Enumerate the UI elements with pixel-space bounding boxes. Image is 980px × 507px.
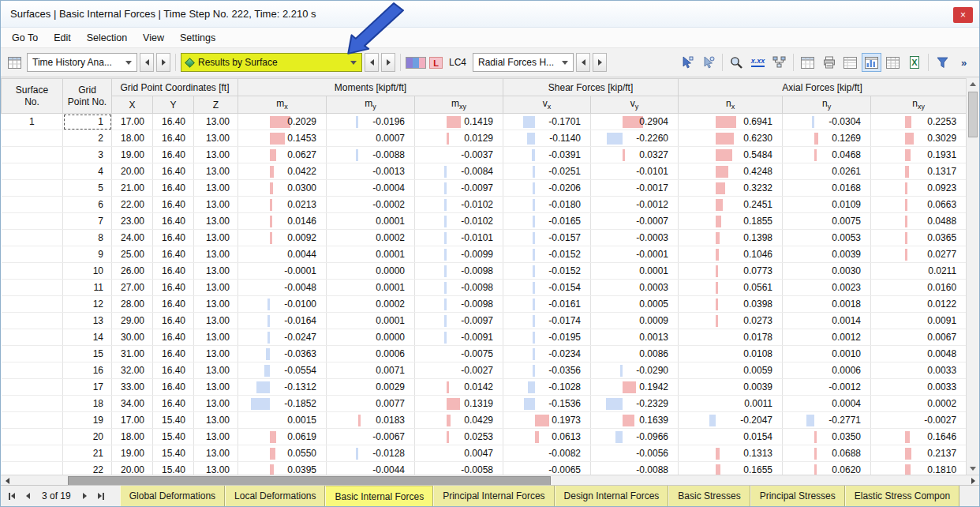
table-row[interactable]: 2018.0015.4013.000.0619-0.00670.02530.06… (2, 429, 967, 445)
value-cell[interactable]: -0.0098 (415, 296, 503, 313)
value-cell[interactable]: -0.0161 (503, 296, 591, 313)
coordinate-cell[interactable]: 13.00 (194, 329, 238, 346)
value-cell[interactable]: -0.0027 (871, 412, 967, 429)
tab-principal-internal-forces[interactable]: Principal Internal Forces (433, 486, 554, 506)
value-cell[interactable]: 0.1855 (679, 213, 783, 230)
value-cell[interactable]: 0.0350 (783, 429, 871, 445)
value-cell[interactable]: 0.0033 (871, 362, 967, 379)
value-cell[interactable]: 0.0129 (415, 130, 503, 147)
value-cell[interactable]: 0.1931 (871, 147, 967, 163)
value-cell[interactable]: 0.0277 (871, 246, 967, 263)
decimal-places-icon[interactable]: x.xx (748, 53, 768, 72)
value-cell[interactable]: 0.0923 (871, 180, 967, 197)
value-cell[interactable]: -0.0102 (415, 197, 503, 213)
surface-no-cell[interactable] (2, 362, 63, 379)
value-cell[interactable]: -0.0154 (503, 280, 591, 296)
coordinate-cell[interactable]: 13.00 (194, 114, 238, 130)
value-cell[interactable]: 0.0044 (238, 246, 327, 263)
coordinate-cell[interactable]: 15.40 (153, 429, 194, 445)
value-cell[interactable]: 0.0005 (591, 296, 679, 313)
table-row[interactable]: 622.0016.4013.000.0213-0.0002-0.0102-0.0… (2, 197, 967, 213)
table-row[interactable]: 824.0016.4013.000.00920.0002-0.0101-0.01… (2, 230, 967, 246)
table-row[interactable]: 218.0016.4013.000.14530.00070.0129-0.114… (2, 130, 967, 147)
grid-point-no-cell[interactable]: 2 (63, 130, 112, 147)
surface-no-cell[interactable] (2, 230, 63, 246)
value-cell[interactable]: 0.1398 (679, 230, 783, 246)
value-cell[interactable]: 0.0071 (327, 362, 415, 379)
coordinate-cell[interactable]: 28.00 (112, 296, 153, 313)
coordinate-cell[interactable]: 13.00 (194, 462, 238, 475)
surface-no-cell[interactable] (2, 396, 63, 412)
print-table-icon[interactable] (819, 53, 839, 72)
value-cell[interactable]: -0.0007 (591, 213, 679, 230)
value-cell[interactable]: 0.0067 (871, 329, 967, 346)
coordinate-cell[interactable]: 27.00 (112, 280, 153, 296)
table-navigator-icon[interactable] (5, 53, 24, 72)
surface-no-cell[interactable] (2, 246, 63, 263)
value-cell[interactable]: -0.0001 (591, 246, 679, 263)
grid-point-no-cell[interactable]: 7 (63, 213, 112, 230)
value-cell[interactable]: 0.0059 (679, 362, 783, 379)
grid-point-no-cell[interactable]: 21 (63, 445, 112, 462)
value-cell[interactable]: 0.0620 (783, 462, 871, 475)
value-cell[interactable]: -0.0056 (591, 445, 679, 462)
value-cell[interactable]: 0.0146 (238, 213, 327, 230)
table-row[interactable]: 319.0016.4013.000.0627-0.0088-0.0037-0.0… (2, 147, 967, 163)
first-page-button[interactable] (4, 488, 20, 504)
value-cell[interactable]: 0.1942 (591, 379, 679, 396)
coordinate-cell[interactable]: 16.40 (153, 313, 194, 329)
surface-no-cell[interactable] (2, 329, 63, 346)
value-cell[interactable]: -0.0157 (503, 230, 591, 246)
coordinate-cell[interactable]: 16.40 (153, 114, 194, 130)
surface-no-cell[interactable] (2, 346, 63, 362)
value-cell[interactable]: -0.2047 (679, 412, 783, 429)
values-prev-button[interactable] (576, 53, 590, 72)
value-cell[interactable]: 0.0039 (783, 246, 871, 263)
coordinate-cell[interactable]: 16.40 (153, 280, 194, 296)
value-cell[interactable]: -0.0100 (238, 296, 327, 313)
value-cell[interactable]: 0.0023 (783, 280, 871, 296)
value-cell[interactable]: -0.0048 (238, 280, 327, 296)
coordinate-cell[interactable]: 26.00 (112, 263, 153, 280)
value-cell[interactable]: 0.0077 (327, 396, 415, 412)
coordinate-cell[interactable]: 13.00 (194, 246, 238, 263)
value-cell[interactable]: 0.2451 (679, 197, 783, 213)
result-values-combo[interactable]: Radial Forces H... (473, 53, 574, 72)
value-cell[interactable]: 0.0273 (679, 313, 783, 329)
value-cell[interactable]: 0.0142 (415, 379, 503, 396)
value-cell[interactable]: 0.0030 (783, 263, 871, 280)
value-cell[interactable]: 0.0468 (783, 147, 871, 163)
value-cell[interactable]: 0.0550 (238, 445, 327, 462)
value-cell[interactable]: -0.0004 (327, 180, 415, 197)
new-table-icon[interactable] (798, 53, 817, 72)
values-next-button[interactable] (593, 53, 607, 72)
excel-export-icon[interactable]: X (904, 53, 924, 72)
value-cell[interactable]: -0.0101 (415, 230, 503, 246)
value-cell[interactable]: 0.0001 (591, 263, 679, 280)
coordinate-cell[interactable]: 24.00 (112, 230, 153, 246)
value-cell[interactable]: -0.0290 (591, 362, 679, 379)
value-cell[interactable]: 0.0003 (591, 280, 679, 296)
coordinate-cell[interactable]: 19.00 (112, 147, 153, 163)
value-cell[interactable]: 0.0178 (679, 329, 783, 346)
coordinate-cell[interactable]: 15.40 (153, 445, 194, 462)
close-button[interactable]: × (953, 7, 973, 23)
value-cell[interactable]: -0.0088 (327, 147, 415, 163)
table-row[interactable]: 1329.0016.4013.00-0.01640.0001-0.0097-0.… (2, 313, 967, 329)
coordinate-cell[interactable]: 13.00 (194, 213, 238, 230)
coordinate-cell[interactable]: 13.00 (194, 429, 238, 445)
table-row[interactable]: 1228.0016.4013.00-0.01000.0002-0.0098-0.… (2, 296, 967, 313)
coordinate-cell[interactable]: 13.00 (194, 445, 238, 462)
value-cell[interactable]: 0.0007 (327, 130, 415, 147)
value-cell[interactable]: -0.0165 (503, 213, 591, 230)
surface-no-cell[interactable] (2, 197, 63, 213)
scroll-up-button[interactable] (967, 78, 979, 90)
surface-no-cell[interactable] (2, 163, 63, 180)
coordinate-cell[interactable]: 13.00 (194, 130, 238, 147)
all-tables-icon[interactable] (883, 53, 903, 72)
value-cell[interactable]: 0.3029 (871, 130, 967, 147)
surface-no-cell[interactable] (2, 379, 63, 396)
value-cell[interactable]: -0.0002 (327, 197, 415, 213)
value-cell[interactable]: 0.0006 (327, 346, 415, 362)
grid-point-no-cell[interactable]: 10 (63, 263, 112, 280)
